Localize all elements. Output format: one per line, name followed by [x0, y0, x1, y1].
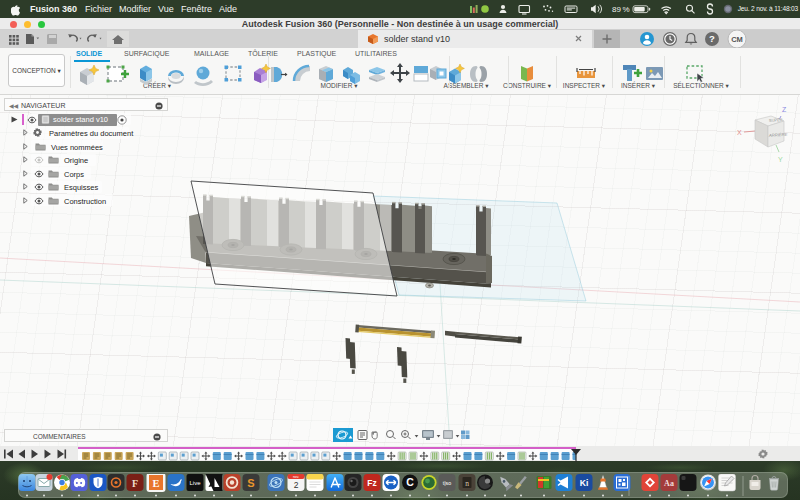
svg-text:n: n [465, 479, 469, 488]
svg-text:ARRIÈRE: ARRIÈRE [768, 132, 788, 138]
svg-text:Y: Y [778, 156, 783, 163]
svg-text:2: 2 [294, 480, 299, 490]
svg-text:E: E [152, 478, 159, 489]
svg-text:C: C [406, 476, 414, 488]
svg-text:Aa: Aa [664, 479, 674, 488]
svg-text:t|so: t|so [443, 480, 452, 486]
svg-text:Live: Live [189, 480, 201, 486]
svg-text:Fz: Fz [367, 478, 376, 488]
svg-text:?: ? [709, 33, 715, 44]
svg-text:X: X [737, 129, 742, 136]
svg-text:89 %: 89 % [612, 5, 630, 14]
svg-text:SUPÉR: SUPÉR [769, 117, 783, 123]
svg-text:nov.: nov. [293, 475, 299, 479]
svg-text:CM: CM [731, 35, 743, 44]
svg-text:Z: Z [782, 106, 787, 113]
svg-text:F: F [132, 478, 138, 489]
svg-text:S: S [247, 477, 254, 489]
svg-text:Ki: Ki [580, 478, 589, 488]
